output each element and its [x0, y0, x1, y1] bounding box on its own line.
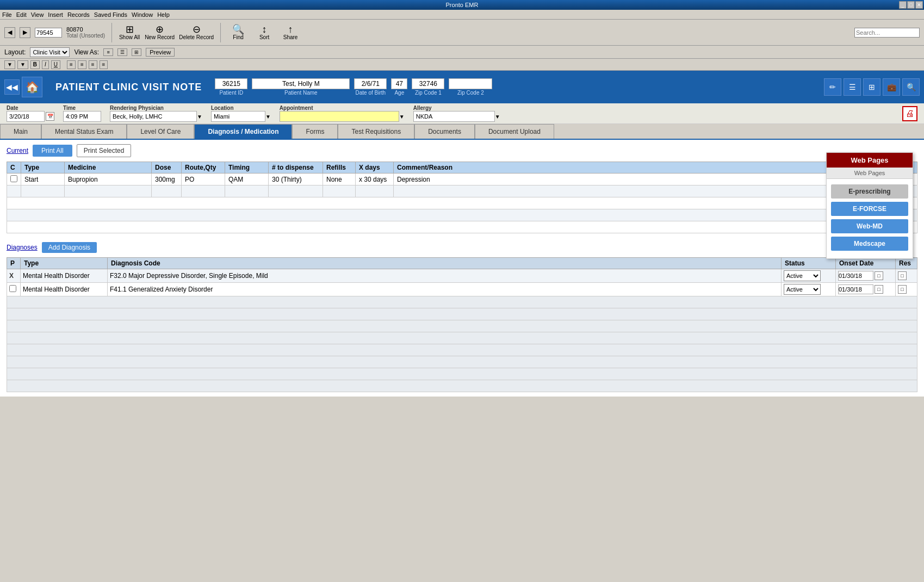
menu-view[interactable]: View [31, 11, 44, 18]
find-button[interactable]: 🔍 Find [227, 24, 249, 40]
back-button[interactable]: ◀◀ [4, 79, 20, 95]
format-underline[interactable]: U [51, 60, 60, 69]
search2-icon-button[interactable]: 🔍 [902, 78, 920, 96]
new-record-button[interactable]: ⊕ New Record [145, 24, 175, 40]
diag-onset-input-1[interactable]: 01/30/18 [838, 284, 873, 294]
print-button[interactable]: 🖨 [902, 106, 917, 121]
physician-dropdown-icon[interactable]: ▼ [197, 114, 202, 120]
med-route-empty [182, 185, 225, 197]
tab-forms[interactable]: Forms [292, 124, 338, 139]
table-row: X Mental Health Disorder F32.0 Major Dep… [7, 269, 917, 283]
med-dispense-empty [269, 185, 323, 197]
physician-label: Rendering Physician [110, 105, 202, 111]
patient-dob-group: 2/6/71 Date of Birth [354, 78, 387, 96]
physician-input[interactable]: Beck, Holly, LMHC [110, 111, 197, 122]
diag-checkbox-1[interactable] [9, 285, 16, 292]
briefcase-icon-button[interactable]: 💼 [883, 78, 900, 96]
format-bold[interactable]: B [30, 60, 40, 69]
edit-icon-button[interactable]: ✏ [824, 78, 841, 96]
diag-res-btn-0[interactable]: □ [898, 271, 907, 280]
location-dropdown-icon[interactable]: ▼ [265, 114, 271, 120]
menu-help[interactable]: Help [157, 11, 170, 18]
format-align-justify[interactable]: ≡ [100, 60, 108, 69]
menu-bar: File Edit View Insert Records Saved Find… [0, 10, 924, 20]
nav-prev-button[interactable]: ◀ [4, 27, 15, 38]
format-bar: ▼ ▼ B I U ≡ ≡ ≡ ≡ [0, 59, 924, 71]
diag-onset-cal-1[interactable]: □ [875, 285, 883, 294]
total-records-label: 80870 Total (Unsorted) [66, 26, 105, 39]
print-selected-button[interactable]: Print Selected [77, 144, 132, 157]
diagnoses-label[interactable]: Diagnoses [7, 244, 38, 251]
wp-medscape-button[interactable]: Medscape [831, 237, 908, 251]
date-input[interactable]: 3/20/18 [7, 111, 45, 122]
allergy-dropdown-icon[interactable]: ▼ [495, 114, 500, 120]
visit-form-row: Date 3/20/18 📅 Time 4:09 PM Rendering Ph… [0, 103, 924, 124]
wp-webmd-button[interactable]: Web-MD [831, 219, 908, 233]
tab-mental-status[interactable]: Mental Status Exam [41, 124, 127, 139]
sort-button[interactable]: ↕ Sort [253, 24, 275, 40]
format-align-right[interactable]: ≡ [89, 60, 97, 69]
menu-records[interactable]: Records [67, 11, 90, 18]
current-label[interactable]: Current [7, 147, 28, 154]
patient-zip2-value [449, 78, 492, 89]
location-input[interactable]: Miami [211, 111, 265, 122]
print-all-button[interactable]: Print All [33, 145, 72, 157]
appointment-dropdown-icon[interactable]: ▼ [399, 114, 405, 120]
delete-record-button[interactable]: ⊖ Delete Record [179, 24, 214, 40]
med-dispense-0: 30 (Thirty) [269, 174, 323, 185]
top-search-input[interactable] [854, 28, 920, 38]
web-pages-title[interactable]: Web Pages [827, 153, 913, 168]
patient-fields: 36215 Patient ID Test, Holly M Patient N… [210, 71, 820, 103]
time-input[interactable]: 4:09 PM [63, 111, 101, 122]
menu-window[interactable]: Window [132, 11, 153, 18]
diag-onset-cal-0[interactable]: □ [875, 271, 883, 280]
tab-test-requisitions[interactable]: Test Requisitions [338, 124, 414, 139]
layout-select[interactable]: Clinic Visit [30, 47, 70, 57]
diag-res-btn-1[interactable]: □ [898, 285, 907, 294]
format-align-center[interactable]: ≡ [78, 60, 86, 69]
diag-status-1: Active Inactive Resolved [782, 283, 836, 296]
diag-onset-input-0[interactable]: 01/30/18 [838, 271, 873, 281]
font-select[interactable]: ▼ [4, 60, 15, 69]
tab-level-of-care[interactable]: Level Of Care [127, 124, 194, 139]
med-checkbox-0[interactable] [10, 175, 17, 182]
med-xdays-0: x 30 days [356, 174, 394, 185]
preview-button[interactable]: Preview [146, 48, 175, 57]
share-button[interactable]: ↑ Share [280, 24, 301, 40]
menu-file[interactable]: File [2, 11, 12, 18]
close-button[interactable]: ✕ [915, 1, 923, 9]
diag-status-select-1[interactable]: Active Inactive Resolved [784, 284, 821, 295]
add-diagnosis-button[interactable]: Add Diagnosis [42, 242, 97, 253]
date-cal-button[interactable]: 📅 [46, 112, 54, 121]
tab-document-upload[interactable]: Document Upload [475, 124, 554, 139]
menu-saved-finds[interactable]: Saved Finds [94, 11, 127, 18]
patient-header-nav: ◀◀ 🏠 [0, 71, 47, 103]
format-align-left[interactable]: ≡ [67, 60, 76, 69]
menu-insert[interactable]: Insert [48, 11, 63, 18]
tab-main[interactable]: Main [0, 124, 41, 139]
web-pages-panel: Web Pages Web Pages E-prescribing E-FORC… [826, 152, 913, 259]
med-col-dose: Dose [152, 162, 182, 174]
maximize-button[interactable]: □ [907, 1, 915, 9]
view-form-button[interactable]: ≡ [103, 48, 113, 56]
diag-status-select-0[interactable]: Active Inactive Resolved [784, 270, 821, 281]
appointment-input[interactable] [280, 111, 399, 122]
tab-documents[interactable]: Documents [414, 124, 475, 139]
size-select[interactable]: ▼ [17, 60, 28, 69]
view-table-button[interactable]: ⊞ [132, 48, 141, 56]
format-italic[interactable]: I [42, 60, 49, 69]
minimize-button[interactable]: _ [899, 1, 907, 9]
wp-eprescribing-button[interactable]: E-prescribing [831, 184, 908, 199]
wp-eforcse-button[interactable]: E-FORCSE [831, 202, 908, 216]
menu-edit[interactable]: Edit [16, 11, 27, 18]
view-list-button[interactable]: ☰ [117, 48, 127, 56]
record-number-input[interactable]: 79545 [35, 28, 62, 38]
show-all-button[interactable]: ⊞ Show All [119, 24, 140, 40]
time-label: Time [63, 105, 101, 111]
nav-next-button[interactable]: ▶ [20, 27, 30, 38]
list-icon-button[interactable]: ☰ [844, 78, 861, 96]
allergy-input[interactable]: NKDA [413, 111, 495, 122]
tab-diagnosis-medication[interactable]: Diagnosis / Medication [194, 124, 292, 139]
card-icon-button[interactable]: ⊞ [863, 78, 880, 96]
home-button[interactable]: 🏠 [22, 77, 42, 97]
